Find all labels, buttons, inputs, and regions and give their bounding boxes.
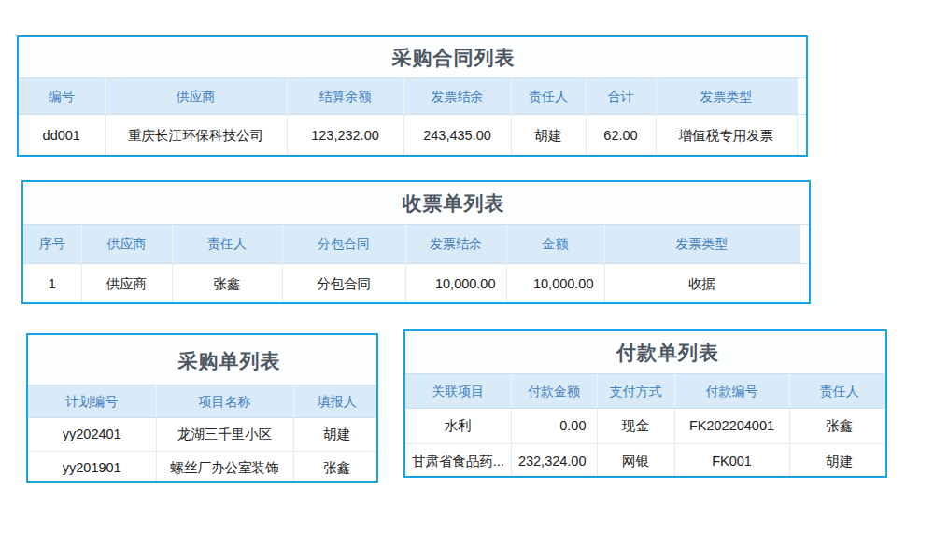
body-cell: FK001	[674, 444, 789, 479]
table-title-text: 收票单列表	[403, 190, 505, 217]
body-cell: 网银	[597, 444, 674, 479]
header-cell: 编号	[19, 78, 105, 115]
header-cell: 供应商	[105, 78, 287, 115]
table-title-text: 采购单列表	[178, 348, 281, 374]
body-cell: 1	[23, 264, 81, 304]
header-cell: 责任人	[789, 374, 887, 409]
header-row: 序号 供应商 责任人 分包合同 发票结余 金额 发票类型	[23, 225, 809, 264]
purchase-order-grid: 计划编号 项目名称 填报人 yy202401 龙湖三千里小区 胡建 yy2019…	[28, 385, 378, 483]
header-cell: 计划编号	[28, 385, 156, 418]
header-cell: 发票结余	[403, 78, 511, 115]
header-cell: 结算余额	[287, 78, 403, 115]
header-cell: 合计	[586, 78, 656, 115]
purchase-contract-table: 采购合同列表 编号 供应商 结算余额 发票结余 责任人 合计 发票类型 dd00…	[17, 35, 808, 157]
payment-table: 付款单列表 关联项目 付款金额 支付方式 付款编号 责任人 水利 0.00 现金…	[403, 329, 887, 478]
body-cell: 62.00	[586, 115, 656, 157]
header-cell: 发票结余	[405, 225, 506, 264]
body-cell: 重庆长江环保科技公司	[105, 115, 287, 157]
body-cell: 龙湖三千里小区	[156, 418, 293, 452]
header-cell: 责任人	[172, 225, 282, 264]
body-cell: 张鑫	[172, 264, 282, 304]
header-cell: 供应商	[81, 225, 172, 264]
body-cell: FK202204001	[674, 409, 789, 444]
body-cell: 螺丝厂办公室装饰	[156, 452, 293, 483]
body-cell: dd001	[19, 115, 105, 157]
body-cell: 增值税专用发票	[656, 115, 797, 157]
body-cell: 123,232.00	[287, 115, 403, 157]
header-cell: 责任人	[511, 78, 586, 115]
header-row: 关联项目 付款金额 支付方式 付款编号 责任人	[405, 374, 887, 409]
body-cell: 水利	[405, 409, 511, 444]
body-cell: 胡建	[293, 418, 378, 452]
table-title-text: 付款单列表	[616, 340, 719, 366]
scrollbar-gutter	[797, 78, 806, 115]
body-cell: 分包合同	[282, 264, 405, 304]
purchase-contract-title: 采购合同列表	[19, 37, 806, 77]
body-cell-amount: 232,324.00	[511, 444, 597, 479]
table-row: yy201901 螺丝厂办公室装饰 张鑫	[28, 452, 378, 483]
body-cell: 张鑫	[789, 409, 887, 444]
header-cell: 发票类型	[604, 225, 800, 264]
table-row: dd001 重庆长江环保科技公司 123,232.00 243,435.00 胡…	[19, 115, 806, 157]
body-cell: 张鑫	[293, 452, 378, 483]
receipt-grid: 序号 供应商 责任人 分包合同 发票结余 金额 发票类型 1 供应商 张鑫 分包…	[23, 224, 809, 303]
header-cell: 金额	[506, 225, 604, 264]
header-cell: 付款金额	[511, 374, 597, 409]
scrollbar-gutter	[800, 264, 809, 304]
scrollbar-gutter	[800, 225, 809, 264]
purchase-order-title: 采购单列表	[28, 335, 376, 385]
header-cell: 支付方式	[597, 374, 674, 409]
payment-title: 付款单列表	[405, 331, 885, 373]
table-title-text: 采购合同列表	[392, 45, 516, 71]
header-row: 编号 供应商 结算余额 发票结余 责任人 合计 发票类型	[19, 78, 806, 115]
body-cell: 243,435.00	[403, 115, 511, 157]
body-cell: 现金	[597, 409, 674, 444]
body-cell: 收据	[604, 264, 800, 304]
body-cell-amount: 10,000.00	[405, 264, 506, 304]
header-cell: 填报人	[293, 385, 378, 418]
table-row: 甘肃省食品药... 232,324.00 网银 FK001 胡建	[405, 444, 887, 479]
purchase-order-table: 采购单列表 计划编号 项目名称 填报人 yy202401 龙湖三千里小区 胡建 …	[26, 333, 378, 483]
header-cell: 序号	[23, 225, 81, 264]
body-cell: yy201901	[28, 452, 156, 483]
receipt-title: 收票单列表	[23, 182, 809, 224]
header-cell: 关联项目	[405, 374, 511, 409]
body-cell: 胡建	[789, 444, 887, 479]
header-cell: 付款编号	[674, 374, 789, 409]
body-cell: 供应商	[81, 264, 172, 304]
purchase-contract-grid: 编号 供应商 结算余额 发票结余 责任人 合计 发票类型 dd001 重庆长江环…	[19, 77, 806, 156]
body-cell-amount: 10,000.00	[506, 264, 604, 304]
body-cell: yy202401	[28, 418, 156, 452]
header-cell: 项目名称	[156, 385, 293, 418]
table-row: 水利 0.00 现金 FK202204001 张鑫	[405, 409, 887, 444]
table-row: yy202401 龙湖三千里小区 胡建	[28, 418, 378, 452]
body-cell: 胡建	[511, 115, 586, 157]
body-cell-amount: 0.00	[511, 409, 597, 444]
header-cell: 发票类型	[656, 78, 797, 115]
payment-grid: 关联项目 付款金额 支付方式 付款编号 责任人 水利 0.00 现金 FK202…	[405, 373, 887, 478]
body-cell: 甘肃省食品药...	[405, 444, 511, 479]
table-row: 1 供应商 张鑫 分包合同 10,000.00 10,000.00 收据	[23, 264, 809, 304]
header-cell: 分包合同	[282, 225, 405, 264]
receipt-table: 收票单列表 序号 供应商 责任人 分包合同 发票结余 金额 发票类型 1 供应商	[21, 180, 811, 304]
header-row: 计划编号 项目名称 填报人	[28, 385, 378, 418]
scrollbar-gutter	[797, 115, 806, 157]
